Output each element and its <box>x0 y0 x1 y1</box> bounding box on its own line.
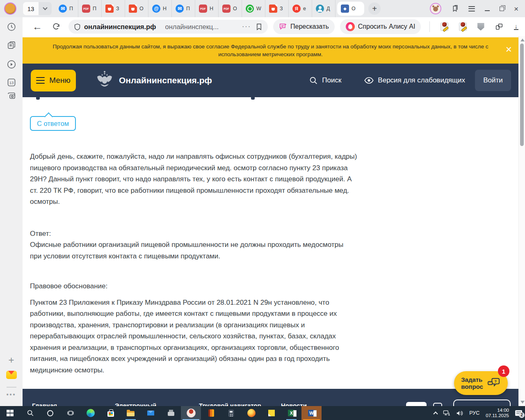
footer-link[interactable]: Трудовой навигатор <box>199 402 261 406</box>
footer-outlined-button[interactable] <box>453 399 511 406</box>
sidebar-more-icon[interactable]: ••• <box>7 391 16 398</box>
yandex-mail-icon[interactable] <box>6 371 17 379</box>
svg-text:··: ·· <box>489 381 491 385</box>
taskbar-orange-app[interactable] <box>201 406 221 420</box>
tab-gerb-active[interactable]: ◆О <box>337 2 364 16</box>
taskbar-start[interactable] <box>0 406 20 420</box>
bookmark-flag-icon[interactable] <box>256 23 262 30</box>
footer-link[interactable]: Электронный <box>115 402 156 406</box>
browser-account-avatar[interactable] <box>430 3 441 14</box>
protect-shield-icon[interactable] <box>477 23 484 31</box>
answered-status-badge[interactable]: С ответом <box>30 116 76 131</box>
taskbar-fax-scan[interactable] <box>161 406 181 420</box>
legal-basis-label: Правовое обоснование: <box>30 281 518 292</box>
tab-counter[interactable]: 13 <box>23 2 52 15</box>
tabs-panel-icon[interactable]: 13 <box>7 78 16 87</box>
extension-seal-icon-2[interactable] <box>459 23 467 31</box>
tab-list-chevron[interactable] <box>39 2 52 15</box>
ask-question-button[interactable]: Задать вопрос ?·· 1 <box>454 371 508 395</box>
taskbar-excel[interactable]: X <box>281 406 301 420</box>
site-title: Онлайнинспекция.рф <box>119 75 212 85</box>
video-play-icon[interactable] <box>7 59 16 69</box>
tab-avatar[interactable]: Д <box>312 0 336 17</box>
clipped-page-title-fragment <box>251 97 255 100</box>
taskbar-microsoft-store[interactable] <box>100 406 121 420</box>
tab-mail-blue[interactable]: ✉П <box>172 0 195 17</box>
login-button[interactable]: Войти <box>475 70 511 91</box>
taskbar-yandex-browser[interactable] <box>181 406 201 420</box>
ask-alice-button[interactable]: Спросить Алису AI <box>340 19 421 34</box>
pdf-favicon: PDF <box>222 5 231 13</box>
taskbar-calculator[interactable] <box>221 406 241 420</box>
taskbar-firefox[interactable] <box>241 406 261 420</box>
sidebar-add-icon[interactable]: + <box>8 354 14 366</box>
browser-menu-icon[interactable] <box>468 6 475 11</box>
tab-whatsapp[interactable]: W <box>242 0 265 17</box>
network-icon[interactable] <box>440 406 453 420</box>
address-bar[interactable]: онлайнинспекция.рф онлайнинспекц... ··· <box>68 20 268 34</box>
taskbar-sticky-notes[interactable] <box>261 406 281 420</box>
tab-yandex[interactable]: Яе <box>289 0 312 17</box>
language-indicator[interactable]: РУС <box>466 406 482 420</box>
page-scrollbar[interactable] <box>518 36 525 406</box>
retell-button[interactable]: Пересказать <box>273 19 335 34</box>
window-close-button[interactable]: × <box>514 5 518 13</box>
taskbar-mail[interactable] <box>141 406 161 420</box>
social-icon[interactable] <box>433 403 442 406</box>
browser-sidebar: 13 + ••• <box>0 17 23 406</box>
browser-profile-avatar[interactable] <box>4 2 16 15</box>
refresh-button[interactable] <box>52 23 60 31</box>
tab-pdf[interactable]: PDFО <box>219 0 242 17</box>
screenshot-camera-icon[interactable] <box>7 91 16 100</box>
window-restore-button[interactable] <box>500 7 504 11</box>
scroll-down-arrow[interactable] <box>520 401 525 404</box>
tab-doc-red[interactable]: З <box>265 0 289 17</box>
scroll-up-arrow[interactable] <box>520 39 525 41</box>
eye-icon <box>364 77 374 84</box>
taskbar-task-view[interactable] <box>60 406 80 420</box>
volume-icon[interactable] <box>453 406 466 420</box>
header-search[interactable]: Поиск <box>309 76 341 85</box>
extensions-puzzle-icon[interactable] <box>495 23 503 30</box>
accessibility-version-link[interactable]: Версия для слабовидящих <box>364 76 465 84</box>
toolbar-divider <box>429 21 430 32</box>
tab-doc-red[interactable]: О <box>125 0 148 17</box>
notification-center-icon[interactable]: 2 <box>512 406 525 420</box>
tab-mail-blue[interactable]: ✉П <box>55 0 78 17</box>
taskbar-file-explorer[interactable] <box>121 406 141 420</box>
time: 14:00 <box>497 408 509 413</box>
scrollbar-thumb[interactable] <box>520 43 524 146</box>
address-more-icon[interactable]: ··· <box>242 23 251 30</box>
tab-pdf[interactable]: PDFН <box>195 0 219 17</box>
menu-label: Меню <box>49 76 70 85</box>
chevron-down-icon <box>43 5 47 10</box>
taskbar-edge[interactable] <box>80 406 100 420</box>
banner-close-icon[interactable]: × <box>506 44 512 55</box>
tab-at-blue[interactable]: @Н <box>148 0 172 17</box>
site-footer: ГлавнаяЭлектронныйТрудовой навигаторНово… <box>23 389 518 406</box>
accessibility-label: Версия для слабовидящих <box>378 76 465 84</box>
gerb-favicon: ◆ <box>341 5 349 13</box>
extension-seal-icon[interactable] <box>441 23 448 31</box>
social-vk-icon[interactable] <box>406 402 427 406</box>
side-panel-icon[interactable] <box>451 5 459 12</box>
history-icon[interactable] <box>7 22 16 32</box>
window-minimize-button[interactable] <box>485 10 490 11</box>
tab-count: 13 <box>23 2 39 15</box>
taskbar-word[interactable]: W <box>301 406 322 420</box>
taskbar-cortana[interactable] <box>40 406 60 420</box>
clock[interactable]: 14:00 07.11.2025 <box>482 406 512 420</box>
footer-link[interactable]: Главная <box>32 402 57 406</box>
tray-chevron-icon[interactable] <box>431 406 440 420</box>
browser-toolbar: ← онлайнинспекция.рф онлайнинспекц... ··… <box>23 17 525 36</box>
tab-pdf[interactable]: PDFП <box>78 0 102 17</box>
tab-doc-red[interactable]: З <box>102 0 125 17</box>
footer-link[interactable]: Новости <box>281 402 307 406</box>
taskbar-search[interactable] <box>20 406 40 420</box>
downloads-icon[interactable]: ↓ <box>514 23 519 30</box>
collections-icon[interactable] <box>7 41 16 50</box>
back-button[interactable]: ← <box>32 22 42 32</box>
address-domain: онлайнинспекция.рф <box>84 23 156 31</box>
menu-button[interactable]: Меню <box>31 70 76 91</box>
new-tab-button[interactable]: + <box>368 2 381 15</box>
